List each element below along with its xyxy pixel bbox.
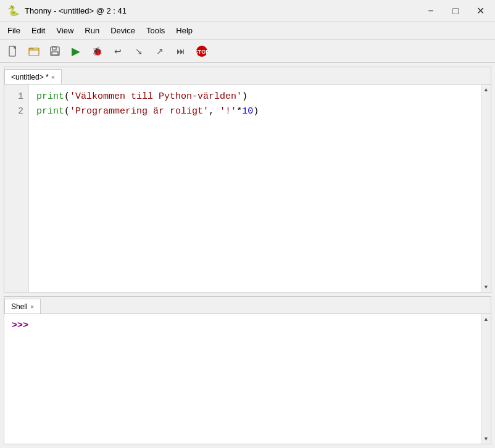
window-title: Thonny - <untitled> @ 2 : 41 — [25, 6, 127, 15]
run-button[interactable]: ▶ — [67, 43, 85, 60]
code-editor[interactable]: 1 2 print('Välkommen till Python-världen… — [4, 85, 481, 292]
shell-tab-label: Shell — [11, 302, 28, 311]
editor-tab-close[interactable]: × — [51, 73, 55, 81]
line-number-2: 2 — [9, 104, 23, 119]
menu-view[interactable]: View — [51, 24, 78, 37]
shell-tab-bar: Shell × — [4, 297, 491, 314]
editor-tab-untitled[interactable]: <untitled> * × — [4, 69, 62, 84]
stop-button[interactable]: STOP — [193, 43, 211, 60]
step-into-button[interactable]: ↘ — [130, 43, 148, 60]
editor-panel: <untitled> * × 1 2 print('Välkommen till… — [4, 67, 491, 292]
new-file-button[interactable] — [4, 43, 22, 60]
shell-prompt: >>> — [12, 320, 28, 331]
editor-scroll-area: 1 2 print('Välkommen till Python-världen… — [4, 85, 491, 292]
minimize-button[interactable]: − — [423, 4, 438, 19]
scroll-down-arrow[interactable]: ▼ — [481, 282, 491, 292]
resume-button[interactable]: ⏭ — [172, 43, 190, 60]
shell-tab-close[interactable]: × — [30, 303, 34, 310]
menu-bar: File Edit View Run Device Tools Help — [0, 22, 495, 39]
toolbar: ▶ 🐞 ↩ ↘ ↗ ⏭ STOP — [0, 39, 495, 63]
main-area: <untitled> * × 1 2 print('Välkommen till… — [0, 63, 495, 448]
svg-rect-3 — [52, 47, 56, 50]
shell-tab[interactable]: Shell × — [4, 299, 41, 313]
scroll-up-arrow[interactable]: ▲ — [481, 85, 491, 94]
editor-tab-bar: <untitled> * × — [4, 67, 491, 85]
shell-vertical-scrollbar[interactable]: ▲ ▼ — [481, 314, 491, 444]
shell-scroll-down-arrow[interactable]: ▼ — [481, 434, 491, 444]
save-file-button[interactable] — [46, 43, 64, 60]
editor-vertical-scrollbar[interactable]: ▲ ▼ — [481, 85, 491, 292]
menu-file[interactable]: File — [2, 24, 25, 37]
editor-tab-label: <untitled> * — [11, 73, 49, 81]
menu-tools[interactable]: Tools — [141, 24, 170, 37]
app-icon: 🐍 — [7, 5, 20, 17]
code-content[interactable]: print('Välkommen till Python-världen') p… — [29, 85, 481, 292]
menu-edit[interactable]: Edit — [27, 24, 50, 37]
line-numbers: 1 2 — [4, 85, 29, 292]
maximize-button[interactable]: □ — [448, 4, 463, 19]
shell-content[interactable]: >>> — [4, 314, 491, 444]
shell-scroll-up-arrow[interactable]: ▲ — [481, 314, 491, 324]
close-button[interactable]: ✕ — [473, 4, 488, 19]
step-over-button[interactable]: ↩ — [109, 43, 127, 60]
window-controls: − □ ✕ — [423, 4, 488, 19]
line-number-1: 1 — [9, 89, 23, 104]
menu-help[interactable]: Help — [171, 24, 198, 37]
debug-button[interactable]: 🐞 — [88, 43, 106, 60]
shell-panel: Shell × >>> ▲ ▼ — [4, 296, 491, 444]
menu-run[interactable]: Run — [80, 24, 104, 37]
title-left: 🐍 Thonny - <untitled> @ 2 : 41 — [7, 5, 127, 17]
menu-device[interactable]: Device — [106, 24, 140, 37]
step-out-button[interactable]: ↗ — [151, 43, 169, 60]
title-bar: 🐍 Thonny - <untitled> @ 2 : 41 − □ ✕ — [0, 0, 495, 22]
svg-text:STOP: STOP — [196, 49, 208, 55]
svg-rect-4 — [52, 52, 58, 55]
open-file-button[interactable] — [25, 43, 43, 60]
